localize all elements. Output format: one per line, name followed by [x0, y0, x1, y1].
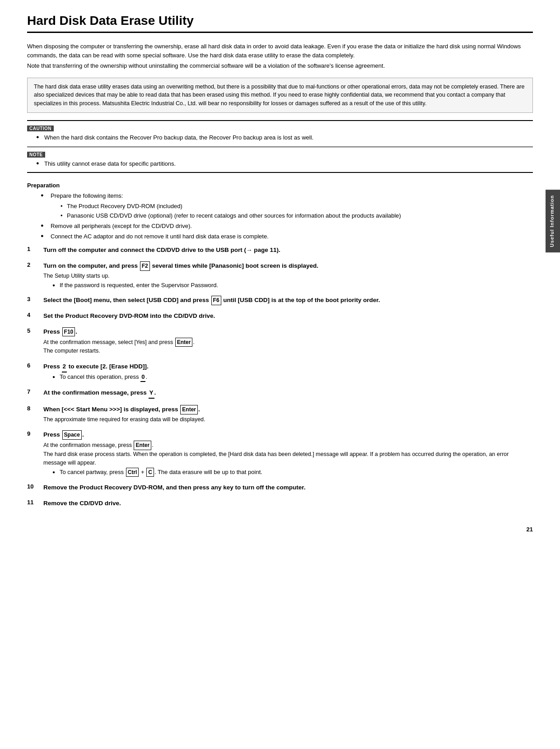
caution-section: CAUTION When the hard disk contains the … [27, 120, 533, 147]
prep-subitem-2: Panasonic USB CD/DVD drive (optional) (r… [61, 211, 533, 221]
step-6-content: Press 2 to execute [2. [Erase HDD]]. To … [43, 362, 533, 382]
step-6-title: Press 2 to execute [2. [Erase HDD]]. [43, 362, 533, 372]
step-1-num: 1 [27, 246, 43, 252]
key-y: Y [149, 388, 154, 399]
step-2-body: The Setup Utility starts up. [43, 272, 533, 280]
step-11-content: Remove the CD/DVD drive. [43, 499, 533, 508]
page-number: 21 [527, 526, 533, 533]
step-4: 4 Set the Product Recovery DVD-ROM into … [27, 312, 533, 321]
step-9-num: 9 [27, 430, 43, 437]
step-5-body: At the confirmation message, select [Yes… [43, 338, 533, 356]
step-4-num: 4 [27, 312, 43, 318]
step-9-bullets: To cancel partway, press Ctrl + C. The d… [43, 468, 533, 477]
preparation-list: Prepare the following items: The Product… [27, 191, 533, 241]
step-3-title: Select the [Boot] menu, then select [USB… [43, 296, 533, 305]
steps-container: 1 Turn off the computer and connect the … [27, 246, 533, 508]
step-3: 3 Select the [Boot] menu, then select [U… [27, 296, 533, 305]
step-9-bullet-1: To cancel partway, press Ctrl + C. The d… [52, 468, 533, 477]
step-8-num: 8 [27, 405, 43, 412]
step-1-title: Turn off the computer and connect the CD… [43, 247, 280, 253]
step-2-bullet-1: If the password is requested, enter the … [52, 281, 533, 290]
enter-key-9: Enter [134, 441, 151, 450]
caution-list: When the hard disk contains the Recover … [27, 133, 533, 143]
step-10-title: Remove the Product Recovery DVD-ROM, and… [43, 483, 533, 493]
step-2: 2 Turn on the computer, and press F2 sev… [27, 261, 533, 289]
step-8-content: When [<<< Start Menu >>>] is displayed, … [43, 405, 533, 424]
intro-para-1: When disposing the computer or transferr… [27, 42, 533, 60]
step-10: 10 Remove the Product Recovery DVD-ROM, … [27, 483, 533, 493]
page-title: Hard Disk Data Erase Utility [27, 14, 533, 33]
enter-key-8: Enter [180, 405, 198, 414]
step-2-num: 2 [27, 261, 43, 268]
prep-item-1: Prepare the following items: The Product… [41, 191, 533, 220]
f2-key: F2 [140, 261, 150, 271]
step-6-bullets: To cancel this operation, press 0. [43, 372, 533, 382]
step-5-content: Press F10. At the confirmation message, … [43, 327, 533, 356]
step-9: 9 Press Space. At the confirmation messa… [27, 430, 533, 476]
step-4-title: Set the Product Recovery DVD-ROM into th… [43, 312, 533, 321]
step-2-bullets: If the password is requested, enter the … [43, 281, 533, 290]
f6-key: F6 [211, 296, 221, 305]
caution-item-1: When the hard disk contains the Recover … [36, 133, 533, 143]
note-section: NOTE This utility cannot erase data for … [27, 147, 533, 173]
note-list: This utility cannot erase data for speci… [27, 159, 533, 169]
step-9-body: At the confirmation message, press Enter… [43, 441, 533, 467]
caution-badge: CAUTION [27, 126, 54, 131]
step-8-body: The approximate time required for erasin… [43, 415, 533, 424]
space-key: Space [62, 430, 82, 440]
step-6-bullet-1: To cancel this operation, press 0. [52, 372, 533, 382]
step-7-num: 7 [27, 388, 43, 395]
step-11-num: 11 [27, 499, 43, 506]
step-10-num: 10 [27, 483, 43, 490]
key-2: 2 [62, 362, 67, 372]
key-0: 0 [140, 372, 145, 382]
step-2-title: Turn on the computer, and press F2 sever… [43, 261, 533, 271]
prep-item-2: Remove all peripherals (except for the C… [41, 222, 533, 231]
step-2-content: Turn on the computer, and press F2 sever… [43, 261, 533, 289]
enter-key-5: Enter [175, 338, 193, 347]
intro-text: When disposing the computer or transferr… [27, 42, 533, 70]
warning-box: The hard disk data erase utility erases … [27, 78, 533, 113]
step-3-num: 3 [27, 296, 43, 302]
note-badge: NOTE [27, 152, 45, 158]
note-item-1: This utility cannot erase data for speci… [36, 159, 533, 169]
step-7-title: At the confirmation message, press Y. [43, 388, 533, 399]
step-6: 6 Press 2 to execute [2. [Erase HDD]]. T… [27, 362, 533, 382]
step-5-num: 5 [27, 327, 43, 334]
step-9-title: Press Space. [43, 430, 533, 440]
side-tab: Useful Information [546, 190, 560, 252]
step-11: 11 Remove the CD/DVD drive. [27, 499, 533, 508]
step-7-content: At the confirmation message, press Y. [43, 388, 533, 399]
step-5-title: Press F10. [43, 327, 533, 337]
step-8-title: When [<<< Start Menu >>>] is displayed, … [43, 405, 533, 414]
prep-sublist-1: The Product Recovery DVD-ROM (included) … [51, 202, 533, 221]
step-1-content: Turn off the computer and connect the CD… [43, 246, 533, 255]
intro-para-2: Note that transferring of the ownership … [27, 61, 533, 70]
step-6-num: 6 [27, 362, 43, 369]
page-container: Hard Disk Data Erase Utility When dispos… [0, 0, 560, 542]
preparation-section: Preparation Prepare the following items:… [27, 182, 533, 241]
f10-key: F10 [62, 327, 75, 337]
step-5: 5 Press F10. At the confirmation message… [27, 327, 533, 356]
step-1: 1 Turn off the computer and connect the … [27, 246, 533, 255]
step-11-title: Remove the CD/DVD drive. [43, 499, 533, 508]
c-key: C [146, 468, 154, 477]
prep-item-3: Connect the AC adaptor and do not remove… [41, 232, 533, 242]
step-3-content: Select the [Boot] menu, then select [USB… [43, 296, 533, 305]
step-4-content: Set the Product Recovery DVD-ROM into th… [43, 312, 533, 321]
step-8: 8 When [<<< Start Menu >>>] is displayed… [27, 405, 533, 424]
ctrl-key: Ctrl [126, 468, 139, 477]
prep-subitem-1: The Product Recovery DVD-ROM (included) [61, 202, 533, 211]
preparation-heading: Preparation [27, 182, 533, 189]
step-10-content: Remove the Product Recovery DVD-ROM, and… [43, 483, 533, 493]
step-9-content: Press Space. At the confirmation message… [43, 430, 533, 476]
step-7: 7 At the confirmation message, press Y. [27, 388, 533, 399]
